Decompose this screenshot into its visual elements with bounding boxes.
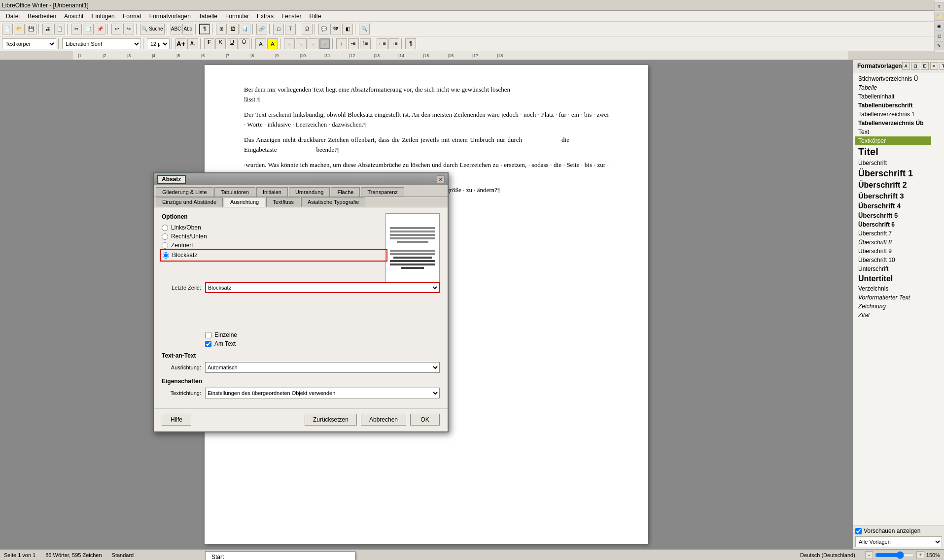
align-left-btn[interactable]: ≡ bbox=[284, 38, 295, 49]
style-zitat[interactable]: Zitat bbox=[855, 311, 931, 320]
menu-tabelle[interactable]: Tabelle bbox=[195, 12, 221, 21]
tab-einzuege[interactable]: Einzüge und Abstände bbox=[156, 197, 223, 207]
bullets-btn[interactable]: •≡ bbox=[348, 38, 359, 49]
menu-hilfe[interactable]: Hilfe bbox=[306, 12, 325, 21]
style-textkoerper[interactable]: Textkörper bbox=[855, 136, 931, 145]
style-tabelleninhalt[interactable]: Tabelleninhalt bbox=[855, 92, 931, 101]
redo-btn[interactable]: ↪ bbox=[123, 24, 134, 34]
align-justify-btn[interactable]: ≡ bbox=[319, 38, 330, 49]
tab-tabulatoren[interactable]: Tabulatoren bbox=[214, 187, 256, 197]
tab-initialen[interactable]: Initialen bbox=[256, 187, 288, 197]
style-h8[interactable]: Überschrift 8 bbox=[855, 238, 931, 247]
font-increase-btn[interactable]: A+ bbox=[175, 38, 186, 49]
style-text[interactable]: Text bbox=[855, 128, 931, 136]
font-color-btn[interactable]: A bbox=[255, 38, 266, 49]
new-btn[interactable]: 📄 bbox=[2, 24, 13, 34]
style-filter-select[interactable]: Alle Vorlagen bbox=[855, 536, 942, 547]
font-decrease-btn[interactable]: A- bbox=[187, 38, 198, 49]
style-ueberschrift[interactable]: Überschrift bbox=[855, 159, 931, 167]
pdf-btn[interactable]: 📋 bbox=[54, 24, 65, 34]
menu-extras[interactable]: Extras bbox=[253, 12, 278, 21]
open-btn[interactable]: 📂 bbox=[14, 24, 25, 34]
menu-formular[interactable]: Formular bbox=[221, 12, 253, 21]
italic-btn[interactable]: K bbox=[215, 38, 226, 49]
copy-btn[interactable]: 📑 bbox=[83, 24, 94, 34]
zoom-in-btn[interactable]: + bbox=[916, 551, 924, 559]
radio-blocksatz-input[interactable] bbox=[163, 252, 169, 259]
style-stichwort[interactable]: Stichwortverzeichnis Ü bbox=[855, 74, 931, 83]
underline-btn[interactable]: U bbox=[227, 38, 238, 49]
menu-format[interactable]: Format bbox=[119, 12, 145, 21]
sidebar-icon-2[interactable]: ◻ bbox=[911, 62, 919, 70]
radio-rechts-input[interactable] bbox=[162, 233, 168, 240]
preview-checkbox[interactable] bbox=[855, 528, 862, 534]
indent-less-btn[interactable]: ←≡ bbox=[377, 38, 387, 49]
align-right-btn[interactable]: ≡ bbox=[308, 38, 318, 49]
dropdown-start[interactable]: Start bbox=[206, 552, 355, 560]
menu-ansicht[interactable]: Ansicht bbox=[60, 12, 87, 21]
style-tabelle[interactable]: Tabelle bbox=[855, 83, 931, 92]
chart-btn[interactable]: 📊 bbox=[240, 24, 250, 34]
paste-btn[interactable]: 📌 bbox=[95, 24, 105, 34]
paragraph-btn[interactable]: ¶ bbox=[405, 38, 416, 49]
shapes-btn[interactable]: ◻ bbox=[273, 24, 284, 34]
sidebar-icon-3[interactable]: ⊡ bbox=[921, 62, 929, 70]
spellcheck-btn[interactable]: ABC bbox=[171, 24, 181, 34]
dialog-close-btn[interactable]: ✕ bbox=[437, 175, 445, 183]
menu-formatvorlagen[interactable]: Formatvorlagen bbox=[145, 12, 195, 21]
radio-links-input[interactable] bbox=[162, 225, 168, 231]
line-spacing-btn[interactable]: ↕ bbox=[336, 38, 347, 49]
checkbox-einzelne[interactable] bbox=[205, 332, 211, 338]
font-size-select[interactable]: 12 pt bbox=[147, 38, 170, 49]
ok-btn[interactable]: OK bbox=[410, 414, 440, 426]
indent-more-btn[interactable]: →≡ bbox=[388, 38, 399, 49]
sidebar-icon-5[interactable]: T bbox=[940, 62, 944, 70]
zoom-out-btn[interactable]: - bbox=[865, 551, 873, 559]
align-center-btn[interactable]: ≡ bbox=[296, 38, 307, 49]
comment-btn[interactable]: 💬 bbox=[318, 24, 329, 34]
highlight-btn[interactable]: A bbox=[267, 38, 278, 49]
style-verzeichnis[interactable]: Verzeichnis bbox=[855, 284, 931, 293]
style-h3[interactable]: Überschrift 3 bbox=[855, 191, 931, 201]
style-h4[interactable]: Überschrift 4 bbox=[855, 201, 931, 211]
sidebar-icon-1[interactable]: A bbox=[902, 62, 910, 70]
radio-zentriert-input[interactable] bbox=[162, 242, 168, 249]
style-tabellenverzeichnis-ub[interactable]: Tabellenverzeichnis Üb bbox=[855, 119, 931, 128]
checkbox-am-text[interactable] bbox=[205, 341, 211, 347]
menu-einfuegen[interactable]: Einfügen bbox=[87, 12, 118, 21]
textrichtung-select[interactable]: Einstellungen des übergeordneten Objekt … bbox=[205, 388, 440, 398]
menu-fenster[interactable]: Fenster bbox=[278, 12, 306, 21]
ausrichtung-select[interactable]: Automatisch bbox=[205, 362, 440, 373]
textbox-btn[interactable]: T bbox=[285, 24, 296, 34]
tab-transparenz[interactable]: Transparenz bbox=[361, 187, 404, 197]
tab-textfluss[interactable]: Textfluss bbox=[266, 197, 300, 207]
save-btn[interactable]: 💾 bbox=[26, 24, 36, 34]
find-btn[interactable]: 🔍 Suche bbox=[140, 24, 165, 34]
style-h7[interactable]: Überschrift 7 bbox=[855, 229, 931, 238]
last-line-select[interactable]: Blocksatz bbox=[205, 282, 440, 293]
strikethrough-btn[interactable]: Ü bbox=[239, 38, 249, 49]
hilfe-btn[interactable]: Hilfe bbox=[162, 414, 191, 426]
style-zeichnung[interactable]: Zeichnung bbox=[855, 302, 931, 311]
menu-bearbeiten[interactable]: Bearbeiten bbox=[24, 12, 60, 21]
tab-flaeche[interactable]: Fläche bbox=[331, 187, 360, 197]
tab-asiatisch[interactable]: Asiatische Typografie bbox=[301, 197, 365, 207]
image-btn[interactable]: 🖼 bbox=[228, 24, 239, 34]
sidebar-btn[interactable]: ◧ bbox=[342, 24, 353, 34]
style-h1[interactable]: Überschrift 1 bbox=[855, 167, 931, 180]
style-h9[interactable]: Überschrift 9 bbox=[855, 247, 931, 256]
abbrechen-btn[interactable]: Abbrechen bbox=[361, 414, 406, 426]
tab-ausrichtung[interactable]: Ausrichtung bbox=[224, 197, 265, 207]
tab-gliederung[interactable]: Gliederung & Liste bbox=[156, 187, 213, 197]
style-h2[interactable]: Überschrift 2 bbox=[855, 180, 931, 191]
style-h10[interactable]: Überschrift 10 bbox=[855, 256, 931, 264]
style-h5[interactable]: Überschrift 5 bbox=[855, 211, 931, 220]
style-tabellenueberschrift[interactable]: Tabellenüberschrift bbox=[855, 101, 931, 110]
style-unterschrift[interactable]: Unterschrift bbox=[855, 264, 931, 273]
cut-btn[interactable]: ✂ bbox=[71, 24, 82, 34]
print-btn[interactable]: 🖨 bbox=[42, 24, 53, 34]
style-vorformatiert[interactable]: Vorformatierter Text bbox=[855, 293, 931, 302]
menu-datei[interactable]: Datei bbox=[2, 12, 24, 21]
zoom-btn[interactable]: 🔍 bbox=[359, 24, 370, 34]
style-titel[interactable]: Titel bbox=[855, 145, 931, 159]
